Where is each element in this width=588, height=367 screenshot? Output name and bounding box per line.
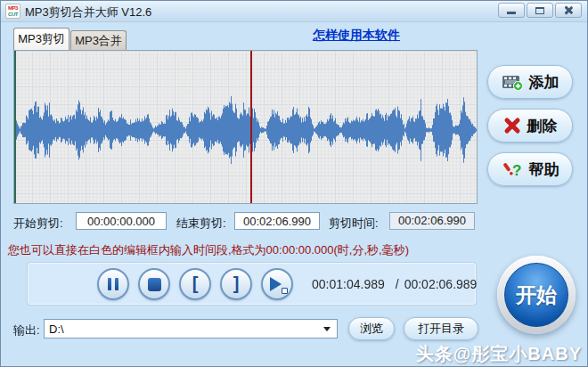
app-icon-text-bottom: CUT	[8, 12, 18, 18]
bracket-right-icon: ]	[233, 274, 240, 295]
add-file-icon	[502, 74, 523, 91]
playback-cursor[interactable]	[250, 51, 252, 203]
output-label: 输出:	[13, 322, 40, 338]
minimize-button[interactable]	[498, 3, 525, 18]
delete-x-icon	[503, 117, 521, 135]
stop-button[interactable]	[138, 268, 170, 300]
add-button-label: 添加	[529, 72, 559, 93]
start-button-label: 开始	[516, 281, 557, 309]
end-cut-label: 结束剪切:	[176, 216, 226, 232]
bracket-left-icon: [	[192, 274, 199, 295]
tab-mp3-merge[interactable]: MP3合并	[70, 30, 127, 50]
output-path-select[interactable]: D:\	[44, 319, 338, 338]
app-window: MP3 CUT MP3剪切合并大师 V12.6 MP3剪切 MP3合并 怎样使用…	[0, 0, 588, 367]
close-button[interactable]	[555, 3, 582, 18]
help-button[interactable]: ? 帮助	[487, 152, 573, 186]
current-time: 00:01:04.989	[312, 277, 385, 291]
app-icon: MP3 CUT	[5, 4, 20, 19]
mark-start-button[interactable]: [	[179, 268, 211, 300]
waveform-panel[interactable]	[13, 50, 478, 204]
maximize-icon	[535, 7, 544, 14]
minimize-icon	[507, 12, 516, 14]
tab-mp3-cut[interactable]: MP3剪切	[13, 28, 69, 50]
start-cut-input[interactable]	[76, 212, 167, 230]
add-button[interactable]: 添加	[487, 65, 573, 99]
watermark: 头条@彤宝小BABY	[416, 342, 582, 366]
player-panel: [ ] 00:01:04.989/00:02:06.989	[28, 263, 476, 305]
stop-icon	[148, 278, 161, 291]
time-separator: /	[396, 277, 399, 291]
close-icon	[564, 5, 574, 15]
app-icon-text-top: MP3	[8, 5, 18, 12]
delete-button-label: 删除	[527, 116, 558, 136]
output-path-value: D:\	[49, 322, 64, 336]
open-directory-button-label: 打开目录	[418, 321, 464, 337]
time-display: 00:01:04.989/00:02:06.989	[312, 277, 477, 291]
start-button[interactable]: 开始	[497, 256, 576, 334]
browse-button-label: 浏览	[360, 321, 383, 337]
play-selection-button[interactable]	[261, 268, 293, 300]
start-marker[interactable]	[14, 51, 16, 203]
help-link[interactable]: 怎样使用本软件	[313, 28, 400, 44]
maximize-button[interactable]	[527, 3, 553, 18]
pause-icon	[108, 278, 118, 290]
cut-duration-label: 剪切时间:	[329, 216, 379, 232]
mark-end-button[interactable]: ]	[220, 268, 252, 300]
play-icon	[269, 277, 285, 291]
help-button-label: 帮助	[529, 159, 559, 180]
delete-button[interactable]: 删除	[487, 109, 573, 143]
window-title: MP3剪切合并大师 V12.6	[25, 4, 151, 20]
start-button-face: 开始	[504, 263, 568, 327]
total-time: 00:02:06.989	[404, 277, 478, 291]
svg-text:?: ?	[512, 162, 521, 179]
browse-button[interactable]: 浏览	[348, 317, 395, 340]
help-question-icon: ?	[502, 160, 523, 179]
hint-text: 您也可以直接在白色的编辑框内输入时间段,格式为00:00:00.000(时,分,…	[8, 242, 409, 258]
cut-duration-value: 00:02:06.990	[389, 212, 475, 230]
open-directory-button[interactable]: 打开目录	[404, 317, 478, 340]
end-cut-input[interactable]	[234, 212, 320, 230]
chevron-down-icon	[323, 327, 331, 331]
waveform-canvas	[14, 51, 477, 203]
pause-button[interactable]	[97, 268, 129, 300]
titlebar: MP3 CUT MP3剪切合并大师 V12.6	[1, 1, 587, 22]
start-cut-label: 开始剪切:	[13, 216, 63, 232]
